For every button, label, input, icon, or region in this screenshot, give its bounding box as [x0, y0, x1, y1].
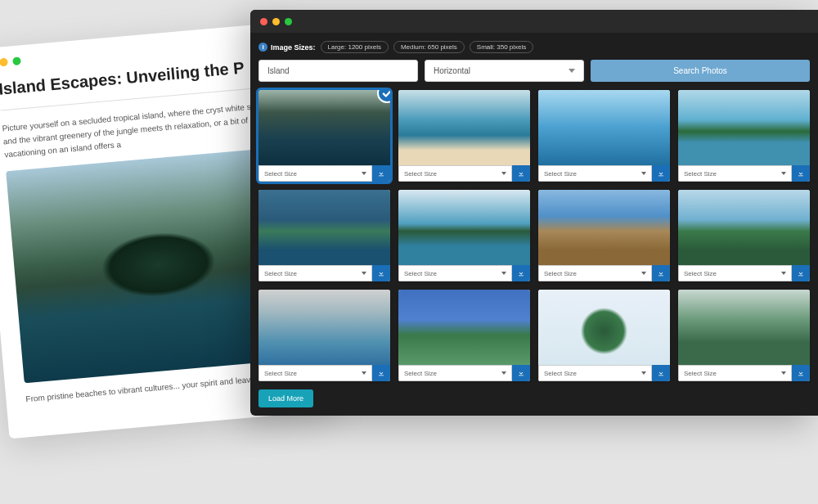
size-pill-large[interactable]: Large: 1200 pixels — [321, 41, 389, 53]
chevron-down-icon — [781, 272, 786, 275]
photo-card[interactable]: Select Size — [538, 190, 670, 281]
search-photos-button[interactable]: Search Photos — [591, 60, 810, 82]
size-select-label: Select Size — [684, 270, 717, 277]
size-select-label: Select Size — [544, 370, 577, 377]
photo-card[interactable]: Select Size — [678, 290, 810, 381]
photo-card[interactable]: Select Size — [398, 90, 530, 182]
photo-picker-window: i Image Sizes: Large: 1200 pixels Medium… — [250, 10, 818, 416]
info-icon: i — [258, 43, 267, 52]
photo-thumbnail[interactable] — [258, 290, 390, 365]
card-footer: Select Size — [258, 265, 390, 281]
photo-thumbnail[interactable] — [398, 290, 530, 365]
photo-card[interactable]: Select Size — [538, 290, 670, 381]
chevron-down-icon — [362, 371, 366, 375]
card-footer: Select Size — [538, 165, 670, 182]
chevron-down-icon — [569, 69, 575, 73]
size-select[interactable]: Select Size — [678, 265, 792, 281]
download-button[interactable] — [652, 165, 670, 182]
photo-thumbnail[interactable] — [398, 190, 530, 265]
size-select[interactable]: Select Size — [398, 165, 512, 182]
orientation-value: Horizontal — [434, 66, 470, 75]
chevron-down-icon — [781, 172, 786, 175]
load-more-button[interactable]: Load More — [258, 389, 313, 407]
card-footer: Select Size — [398, 165, 530, 182]
size-select[interactable]: Select Size — [678, 165, 792, 182]
photo-thumbnail[interactable] — [678, 190, 810, 265]
photo-thumbnail[interactable] — [678, 90, 810, 165]
size-pill-small[interactable]: Small: 350 pixels — [470, 41, 533, 53]
size-select-label: Select Size — [544, 270, 577, 277]
size-select-label: Select Size — [404, 370, 437, 377]
photo-card[interactable]: Select Size — [258, 290, 390, 381]
card-footer: Select Size — [538, 265, 670, 281]
photo-card[interactable]: Select Size — [258, 90, 390, 182]
photo-thumbnail[interactable] — [538, 90, 670, 165]
size-select-label: Select Size — [264, 170, 297, 178]
download-button[interactable] — [512, 165, 530, 182]
card-footer: Select Size — [258, 365, 390, 381]
minimize-dot[interactable] — [272, 18, 280, 25]
card-footer: Select Size — [678, 365, 810, 381]
photo-card[interactable]: Select Size — [258, 190, 390, 281]
download-button[interactable] — [372, 365, 390, 381]
photo-thumbnail[interactable] — [538, 290, 670, 365]
card-footer: Select Size — [538, 365, 670, 381]
photo-card[interactable]: Select Size — [398, 290, 530, 381]
download-button[interactable] — [372, 165, 390, 182]
size-select[interactable]: Select Size — [538, 365, 652, 381]
size-select[interactable]: Select Size — [678, 365, 792, 381]
size-select[interactable]: Select Size — [538, 165, 652, 182]
chevron-down-icon — [641, 371, 646, 375]
photo-thumbnail[interactable] — [258, 190, 390, 265]
size-select-label: Select Size — [264, 270, 297, 277]
photo-thumbnail[interactable] — [678, 290, 810, 365]
size-pill-medium[interactable]: Medium: 650 pixels — [393, 41, 465, 53]
card-footer: Select Size — [678, 165, 810, 182]
size-select-label: Select Size — [684, 170, 717, 178]
image-sizes-label: i Image Sizes: — [258, 43, 316, 52]
card-footer: Select Size — [398, 365, 530, 381]
size-select[interactable]: Select Size — [398, 365, 512, 381]
size-select[interactable]: Select Size — [398, 265, 512, 281]
size-select-label: Select Size — [264, 370, 297, 377]
chevron-down-icon — [501, 172, 506, 175]
maximize-dot[interactable] — [12, 56, 21, 65]
download-button[interactable] — [652, 365, 670, 381]
image-sizes-bar: i Image Sizes: Large: 1200 pixels Medium… — [258, 38, 810, 60]
download-button[interactable] — [512, 365, 530, 381]
photo-thumbnail[interactable] — [398, 90, 530, 165]
close-dot[interactable] — [260, 18, 267, 25]
size-select[interactable]: Select Size — [538, 265, 652, 281]
chevron-down-icon — [362, 172, 366, 175]
chevron-down-icon — [641, 272, 646, 275]
size-select[interactable]: Select Size — [258, 165, 372, 182]
photo-card[interactable]: Select Size — [678, 190, 810, 281]
size-select-label: Select Size — [404, 170, 437, 178]
card-footer: Select Size — [258, 165, 390, 182]
photo-card[interactable]: Select Size — [678, 90, 810, 182]
chevron-down-icon — [641, 172, 646, 175]
photo-card[interactable]: Select Size — [538, 90, 670, 182]
photo-thumbnail[interactable] — [258, 90, 390, 165]
photo-grid: Select SizeSelect SizeSelect SizeSelect … — [258, 90, 810, 381]
size-select-label: Select Size — [684, 370, 717, 377]
chevron-down-icon — [501, 371, 506, 375]
download-button[interactable] — [652, 265, 670, 281]
minimize-dot[interactable] — [0, 58, 8, 67]
card-footer: Select Size — [678, 265, 810, 281]
size-select[interactable]: Select Size — [258, 365, 372, 381]
download-button[interactable] — [372, 265, 390, 281]
maximize-dot[interactable] — [285, 18, 292, 25]
photo-thumbnail[interactable] — [538, 190, 670, 265]
download-button[interactable] — [792, 165, 810, 182]
size-select[interactable]: Select Size — [258, 265, 372, 281]
card-footer: Select Size — [398, 265, 530, 281]
search-row: Horizontal Search Photos — [258, 60, 810, 82]
search-input[interactable] — [258, 60, 418, 82]
orientation-select[interactable]: Horizontal — [425, 60, 584, 82]
size-select-label: Select Size — [404, 270, 437, 277]
photo-card[interactable]: Select Size — [398, 190, 530, 281]
download-button[interactable] — [792, 365, 810, 381]
download-button[interactable] — [792, 265, 810, 281]
download-button[interactable] — [512, 265, 530, 281]
